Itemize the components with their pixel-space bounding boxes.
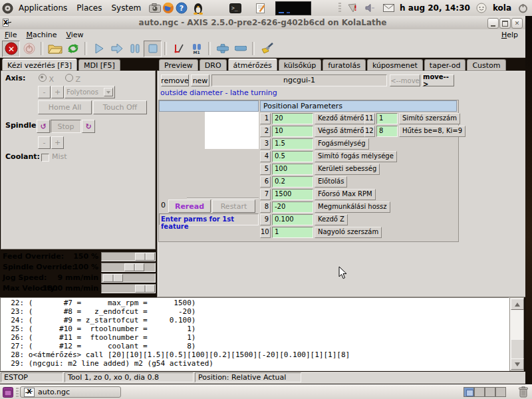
param-entry[interactable]: 100 [272,164,313,175]
spindle-plus-button[interactable]: + [51,136,64,149]
remove-button[interactable]: remove [161,74,189,86]
slider-handle[interactable] [124,263,144,271]
tray-window-thumbnail[interactable] [275,1,311,15]
run-button[interactable] [90,41,108,57]
scroll-up-icon[interactable] [511,299,524,310]
mail-icon[interactable] [382,1,395,15]
distro-logo-icon[interactable] [1,1,14,15]
slider-trough[interactable] [101,252,156,261]
username[interactable]: kola [493,3,511,13]
menu-file[interactable]: File [0,30,21,40]
optional-stop-icon[interactable]: M1 [188,41,205,57]
param-entry[interactable]: 0.5 [272,151,313,162]
maximize-button[interactable] [499,18,511,29]
tasklist-handle[interactable] [16,388,19,398]
clear-plot-icon[interactable] [257,41,275,57]
param-entry[interactable]: 1.5 [272,138,313,150]
param-entry[interactable]: -20 [272,201,313,213]
desktop-menu-applications[interactable]: Applications [14,3,72,13]
estop-button[interactable]: ✕ [2,41,20,57]
ngcgui-name-entry[interactable]: ngcgui-1 [211,74,387,86]
param-entry[interactable]: 0.100 [272,214,313,225]
close-button[interactable]: ✕ [511,18,523,29]
slider-trough[interactable] [101,273,156,283]
spindle-stop-button[interactable]: Stop [51,120,81,133]
subroutine-subtitle[interactable]: outside diameter - lathe turning [160,88,277,97]
terminal-icon[interactable]: >_ [229,1,242,15]
new-button[interactable]: new [191,74,209,86]
move-right-button[interactable]: move--> [422,74,454,86]
slider-handle[interactable] [135,285,155,293]
workspace-2[interactable] [474,387,485,397]
volume-icon[interactable] [364,1,377,15]
slider-handle[interactable] [135,253,155,261]
workspace-4[interactable] [495,387,506,397]
gcode-text-area[interactable]: 22: ( #7 = max_rpm = 1500) 23: ( #8 = z_… [0,297,509,371]
clock[interactable]: h aug 20, 14:30 [400,3,470,13]
slider-trough[interactable] [101,284,156,293]
slider-trough[interactable] [101,263,156,272]
menu-machine[interactable]: Machine [21,30,61,40]
jog-mode-dropdown[interactable]: Folytonos [65,86,115,98]
move-left-button[interactable]: <--move [390,74,420,86]
param-entry[interactable]: 8 [376,126,398,137]
axis-z-radio[interactable]: Z [65,74,80,84]
workspace-1[interactable] [464,387,474,397]
spindle-reverse-button[interactable]: ↺ [37,120,50,133]
desktop-menu-places[interactable]: Places [72,3,106,13]
menu-view[interactable]: View [61,30,88,40]
spindle-forward-button[interactable]: ↻ [82,120,95,133]
open-file-button[interactable] [46,41,64,57]
update-alert-icon[interactable]: ! [346,1,359,15]
tab-mdi-f5[interactable]: MDI [F5] [78,59,120,71]
axis-x-radio[interactable]: X [39,74,54,84]
tab-taper-od[interactable]: taper-od [424,59,466,71]
titlebar[interactable]: X auto.ngc - AXIS 2.5.0-pre2-626-g402b6c… [0,16,525,30]
spindle-minus-button[interactable]: - [38,136,51,149]
restart-button[interactable]: Restart [212,200,255,213]
firefox-icon[interactable] [162,1,175,15]
tab-preview[interactable]: Preview [159,59,198,71]
tab-k-posmenet[interactable]: kúposmenet [367,59,423,71]
minimize-button[interactable] [487,18,499,29]
reload-button[interactable] [64,41,82,57]
trash-icon[interactable] [518,386,529,398]
jog-minus-button[interactable]: - [38,86,51,98]
workspace-3[interactable] [485,387,495,397]
run-from-line-button[interactable] [108,41,126,57]
reread-button[interactable]: Reread [168,200,211,213]
scroll-down-icon[interactable] [511,358,524,370]
applet-handle[interactable] [338,3,341,13]
shutdown-icon[interactable] [516,1,529,15]
tab-furatol-s[interactable]: furatolás [323,59,366,71]
tab-custom[interactable]: Custom [467,59,505,71]
zoom-in-icon[interactable] [213,41,231,57]
param-entry[interactable]: 1500 [272,189,313,200]
param-entry[interactable]: 1 [272,227,313,238]
taskbar-window-button[interactable]: X auto.ngc [20,386,121,398]
touch-off-button[interactable]: Touch Off [93,100,147,114]
user-avatar-icon[interactable] [475,1,488,15]
toggle-skip-lines-icon[interactable] [170,41,188,57]
menu-help[interactable]: Help [497,30,523,40]
tab-k-ls-k-p[interactable]: külsőkúp [279,59,322,71]
zoom-out-icon[interactable] [231,41,249,57]
mist-checkbox[interactable] [41,154,49,162]
screenshot-icon[interactable] [148,1,162,15]
slider-handle[interactable] [103,274,123,282]
show-desktop-icon[interactable] [3,387,13,399]
param-entry[interactable]: 20 [272,113,313,124]
tux-icon[interactable] [192,1,205,15]
gcode-scrollbar[interactable] [509,297,524,371]
param-entry[interactable]: 0.2 [272,176,313,188]
pause-button[interactable] [126,41,144,57]
scrollbar-thumb[interactable] [511,339,524,360]
machine-power-button[interactable] [20,41,38,57]
param-entry[interactable]: 1 [376,113,398,124]
desktop-menu-system[interactable]: System [106,3,146,13]
tab-dro[interactable]: DRO [200,59,227,71]
home-all-button[interactable]: Home All [38,100,92,114]
help-icon[interactable]: ? [175,1,188,15]
stop-button[interactable] [144,41,162,57]
text-editor-icon[interactable] [254,1,267,15]
